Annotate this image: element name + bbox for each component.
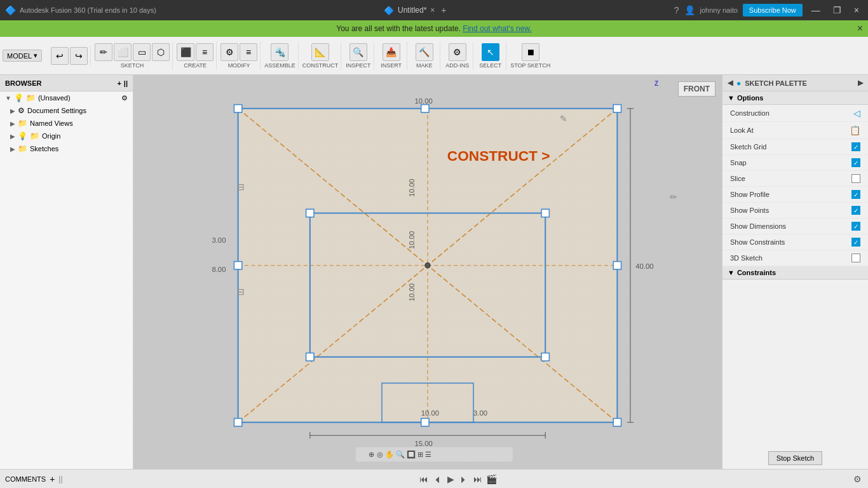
restore-button[interactable]: ❐ [829,5,845,15]
tab-title: Untitled* [398,6,426,15]
bottom-right-controls: ⚙ [852,473,863,485]
svg-text:10.00: 10.00 [408,231,416,249]
stop-sketch-button[interactable]: Stop Sketch [768,451,822,465]
browser-item-origin[interactable]: ▶ 💡 📁 Origin [0,130,133,142]
timeline-controls: ⏮ ⏴ ▶ ⏵ ⏭ 🎬 [418,473,497,485]
construct-toolbar-group: 📐 CONSTRUCT [300,42,342,70]
comments-collapse-btn[interactable]: || [58,475,62,484]
minimize-button[interactable]: — [808,5,824,15]
slice-checkbox[interactable] [851,174,860,183]
assemble-group-label: ASSEMBLE [264,62,295,69]
timeline-next-btn[interactable]: ⏵ [458,473,470,485]
svg-text:⊟: ⊟ [237,287,245,297]
inspect-toolbar-group: 🔍 INSPECT [342,42,374,70]
browser-item-root[interactable]: ▼ 💡 📁 (Unsaved) ⚙ [0,92,133,104]
palette-collapse-icon[interactable]: ◀ [728,79,733,87]
browser-add-btn[interactable]: + [117,79,121,87]
modify-more-icon[interactable]: ≡ [240,43,257,61]
snap-checkbox[interactable]: ✓ [851,158,860,167]
modify-press-icon[interactable]: ⚙ [220,43,238,61]
insert-icon[interactable]: 📥 [383,43,400,61]
create-more-icon[interactable]: ≡ [196,43,214,61]
svg-text:10.00: 10.00 [421,409,439,417]
model-dropdown[interactable]: MODEL ▾ [3,50,42,62]
sketch-palette: ◀ ● SKETCH PALETTE ▶ ▼ Options Construct… [722,75,868,469]
svg-text:40.00: 40.00 [635,262,653,270]
select-icon[interactable]: ↖ [482,43,499,61]
tab-close[interactable]: × [430,6,435,15]
construct-icon[interactable]: 📐 [311,43,329,61]
notif-close-button[interactable]: × [857,23,863,34]
close-button[interactable]: × [850,5,863,15]
timeline-prev-btn[interactable]: ⏴ [432,473,444,485]
show-dimensions-checkbox[interactable]: ✓ [851,222,860,231]
root-label: (Unsaved) [38,94,71,102]
comments-add-btn[interactable]: + [50,474,55,484]
options-section-header[interactable]: ▼ Options [722,92,868,105]
sketch-finish-icon[interactable]: ⬜ [114,43,132,61]
browser-item-doc-settings[interactable]: ▶ ⚙ Document Settings [0,104,133,117]
timeline-start-btn[interactable]: ⏮ [418,473,430,485]
sketch-rect-icon[interactable]: ▭ [133,43,151,61]
settings-btn[interactable]: ⚙ [852,473,863,485]
doc-settings-label: Document Settings [27,107,86,114]
notification-bar: You are all set with the latest update. … [0,20,868,37]
redo-button[interactable]: ↪ [70,47,88,65]
options-label: Options [737,94,764,102]
notif-link[interactable]: Find out what's new. [463,24,531,33]
palette-row-snap: Snap ✓ [722,155,868,171]
construction-icon[interactable]: ◁ [853,108,860,118]
title-bar-left: 🔷 Autodesk Fusion 360 (Trial ends in 10 … [5,5,156,15]
addins-icon[interactable]: ⚙ [449,43,466,61]
sketch-circle-icon[interactable]: ⬡ [152,43,170,61]
svg-rect-34 [306,353,314,361]
3d-sketch-checkbox[interactable] [851,254,860,262]
comments-section: COMMENTS + || [5,474,63,484]
stop-sketch-icon[interactable]: ⏹ [522,43,539,61]
origin-bulb-icon: 💡 [18,132,27,140]
make-icon[interactable]: 🔨 [416,43,433,61]
svg-rect-24 [234,105,241,112]
sidebar: BROWSER + || ▼ 💡 📁 (Unsaved) ⚙ ▶ ⚙ Docum… [0,75,133,469]
timeline-play-btn[interactable]: ▶ [446,473,456,485]
app-title: Autodesk Fusion 360 (Trial ends in 10 da… [20,6,156,14]
help-icon[interactable]: ? [674,5,679,15]
create-extrude-icon[interactable]: ⬛ [177,43,194,61]
look-at-icon[interactable]: 📋 [850,125,860,135]
browser-item-sketches[interactable]: ▶ 📁 Sketches [0,142,133,155]
svg-text:8.00: 8.00 [212,266,226,273]
palette-expand-icon[interactable]: ▶ [858,79,863,87]
svg-rect-29 [421,418,429,426]
assemble-icon[interactable]: 🔩 [271,43,288,61]
show-constraints-checkbox[interactable]: ✓ [851,238,860,247]
new-tab-btn[interactable]: + [441,5,446,15]
create-toolbar-group: ⬛ ≡ CREATE [174,42,217,70]
show-profile-checkbox[interactable]: ✓ [851,190,860,199]
undo-button[interactable]: ↩ [51,47,69,65]
subscribe-button[interactable]: Subscribe Now [743,4,803,17]
inspect-icon[interactable]: 🔍 [349,43,367,61]
stop-sketch-toolbar-group: ⏹ STOP SKETCH [508,42,553,70]
palette-row-construction: Construction ◁ [722,105,868,122]
show-points-checkbox[interactable]: ✓ [851,206,860,215]
stop-sketch-group-label: STOP SKETCH [510,62,550,69]
svg-text:15.00: 15.00 [414,440,432,447]
svg-text:⊕  ◎  ✋  🔍  🔲  ⊞  ☰: ⊕ ◎ ✋ 🔍 🔲 ⊞ ☰ [369,450,431,459]
browser-collapse-btn[interactable]: || [124,79,128,87]
user-icon[interactable]: 👤 [684,5,695,15]
svg-text:10.00: 10.00 [408,283,416,301]
viewcube-front-label[interactable]: FRONT [678,81,715,97]
palette-row-show-dimensions: Show Dimensions ✓ [722,219,868,234]
svg-rect-26 [234,418,241,426]
canvas[interactable]: 10.00 3.00 8.00 10.00 10.00 10.00 40.00 … [133,75,722,469]
root-bulb-icon: 💡 [14,93,24,102]
timeline-end-btn[interactable]: ⏭ [472,473,484,485]
make-toolbar-group: 🔨 MAKE [409,42,440,70]
sketch-create-icon[interactable]: ✏ [95,43,112,61]
palette-row-sketch-grid: Sketch Grid ✓ [722,139,868,155]
constraints-section-header[interactable]: ▼ Constraints [722,266,868,280]
constraints-collapse-arrow: ▼ [728,269,735,276]
insert-toolbar-group: 📥 INSERT [376,42,407,70]
sketch-grid-checkbox[interactable]: ✓ [851,142,860,151]
browser-item-named-views[interactable]: ▶ 📁 Named Views [0,117,133,130]
